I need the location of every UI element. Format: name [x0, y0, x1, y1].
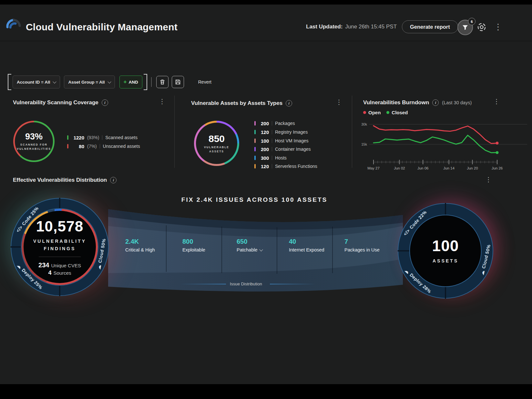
last-updated: Last Updated: June 26th 15:45 PST [306, 24, 397, 30]
findings-core: 10,578 VULNERABILITYFINDINGS 234Unique C… [24, 211, 96, 283]
add-and-filter-button[interactable]: + AND [119, 76, 142, 88]
revert-link[interactable]: Revert [198, 79, 211, 85]
info-icon[interactable]: i [110, 177, 117, 183]
stage-value: 800 [182, 238, 205, 245]
legend-swatch [254, 147, 256, 151]
stage-value: 7 [344, 238, 380, 245]
last-updated-label: Last Updated: [306, 24, 343, 30]
filter-button[interactable]: 6 [457, 20, 473, 35]
svg-text:Jun 14: Jun 14 [443, 166, 455, 170]
cloud-icon: ☁ [96, 264, 102, 270]
stage-label: Internet Exposed [289, 247, 324, 252]
legend-label: Serverless Functions [275, 164, 317, 169]
assets-card-kebab[interactable]: ⋮ [336, 99, 342, 105]
burndown-card-title: Vulnerabilities Burndown [363, 99, 429, 106]
stage-critical-high: 2.4K Critical & High [125, 238, 155, 252]
target-icon [476, 22, 487, 32]
legend-swatch [254, 156, 256, 160]
stage-packages-in-use: 7 Packages in Use [344, 238, 380, 252]
findings-label: VULNERABILITYFINDINGS [33, 238, 86, 252]
svg-text:Jun 06: Jun 06 [417, 166, 429, 170]
stage-patchable: 650 Patchable [237, 238, 262, 252]
save-icon [175, 79, 181, 85]
scanning-donut-value: 93% [25, 132, 43, 142]
info-icon[interactable]: i [286, 100, 292, 107]
stage-label: Packages in Use [344, 247, 380, 252]
stage-internet-exposed: 40 Internet Exposed [289, 238, 324, 252]
delete-filter-button[interactable] [156, 76, 169, 88]
stage-value: 40 [289, 238, 324, 245]
legend-label: Registry Images [275, 129, 308, 135]
bottom-strip [0, 384, 532, 399]
asset-group-filter-label: Asset Group = All [68, 80, 105, 85]
legend-item-scanned: 1220 (93%) Scanned assets [67, 135, 138, 140]
legend-item: 120 Registry Images [254, 129, 308, 135]
scanning-card-header: Vulnerability Scanning Coverage i [13, 99, 108, 106]
assets-value: 100 [432, 237, 459, 255]
legend-label: Packages [275, 121, 295, 126]
asset-group-filter[interactable]: Asset Group = All [64, 76, 115, 88]
legend-value: 120 [259, 164, 269, 169]
assets-donut-label: VULNERABLEASSETS [204, 145, 229, 154]
assets-core: 100 ASSETS [409, 215, 482, 287]
legend-swatch [67, 135, 68, 140]
info-icon[interactable]: i [102, 99, 108, 106]
burndown-range: (Last 30 days) [442, 100, 472, 105]
chevron-down-icon [259, 248, 263, 251]
trash-icon [159, 79, 165, 85]
assets-card-header: Vulnerable Assets by Assets Types i [191, 100, 292, 107]
stage-patchable-dropdown[interactable]: Patchable [237, 247, 262, 252]
cloud-icon: ☁ [479, 270, 486, 276]
scanning-card-kebab[interactable]: ⋮ [159, 98, 165, 105]
last-updated-value: June 26th 15:45 PST [345, 24, 397, 30]
app-logo [6, 15, 21, 30]
and-label: AND [128, 80, 138, 85]
legend-item-unscanned: 80 (7%) Unscanned assets [67, 143, 140, 149]
legend-value: 100 [259, 138, 269, 144]
scope-button[interactable] [476, 22, 487, 34]
legend-label: Hosts [275, 155, 287, 160]
header-menu-kebab[interactable]: ⋮ [494, 23, 502, 31]
account-id-filter[interactable]: Account ID = All [13, 76, 60, 88]
vulnerability-findings-gauge: 10,578 VULNERABILITYFINDINGS 234Unique C… [11, 198, 109, 296]
plus-icon: + [124, 79, 127, 85]
legend-value: 300 [259, 155, 269, 161]
legend-item: 100 Host VM Images [254, 138, 308, 144]
svg-text:Jun 26: Jun 26 [492, 166, 503, 170]
filter-bar: Account ID = All Asset Group = All + AND… [8, 74, 234, 90]
generate-report-button[interactable]: Generate report [402, 20, 458, 33]
footer-line [180, 284, 226, 284]
assets-card-title: Vulnerable Assets by Assets Types [191, 100, 282, 107]
distribution-kebab[interactable]: ⋮ [485, 176, 492, 183]
svg-text:Jun 20: Jun 20 [467, 166, 478, 170]
scanning-card-title: Vulnerability Scanning Coverage [13, 99, 98, 106]
dashboard: Cloud Vulnerability Management Last Upda… [0, 0, 532, 399]
legend-value: 1220 [71, 135, 84, 140]
save-filter-button[interactable] [172, 76, 184, 88]
legend-value: 200 [259, 147, 269, 152]
filter-divider [151, 77, 152, 87]
svg-text:30k: 30k [361, 122, 367, 126]
stage-label: Critical & High [125, 247, 155, 252]
sources: 4Sources [48, 270, 71, 276]
assets-donut-value: 850 [209, 133, 225, 144]
legend-label: Scanned assets [105, 135, 138, 140]
footer-line [270, 284, 316, 284]
distribution-header: Effective Vulnerabilities Distribution i [13, 177, 117, 183]
cloud-icon: ☁ [16, 263, 23, 270]
legend-pct: (93%) [87, 135, 99, 140]
cloud-icon: ☁ [404, 268, 411, 275]
chevron-down-icon [53, 80, 56, 83]
legend-item: 120 Serverless Functions [254, 163, 317, 169]
account-id-filter-label: Account ID = All [17, 80, 50, 85]
stage-label: Exploitable [182, 247, 205, 252]
findings-value: 10,578 [36, 218, 84, 235]
distribution-title: Effective Vulnerabilities Distribution [13, 177, 107, 183]
top-strip [0, 0, 532, 5]
info-icon[interactable]: i [432, 99, 439, 106]
burndown-card-kebab[interactable]: ⋮ [493, 98, 500, 105]
legend-value: 120 [259, 129, 269, 135]
stage-value: 650 [237, 238, 262, 245]
issue-distribution-label: Issue Distribution [230, 281, 262, 286]
svg-text:May 27: May 27 [367, 166, 380, 170]
